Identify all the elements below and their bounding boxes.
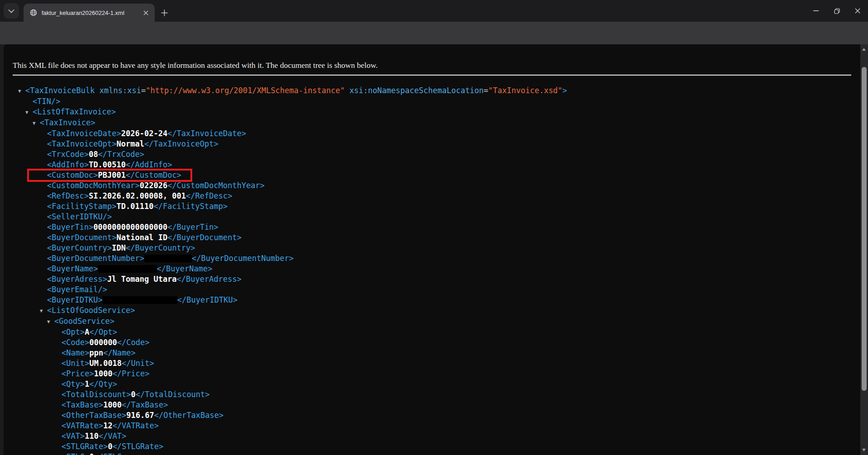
xml-bracket: > [122, 411, 126, 420]
collapse-arrow-icon[interactable]: ▼ [40, 306, 47, 316]
xml-open-tag: <Name [62, 348, 85, 357]
collapse-arrow-icon[interactable]: ▼ [33, 118, 40, 128]
xml-open-tag: <Opt [62, 327, 80, 337]
title-bar: faktur_keluaran20260224-1.xml [0, 0, 868, 22]
restore-button[interactable] [826, 0, 847, 22]
page-content: This XML file does not appear to have an… [4, 44, 860, 455]
xml-line-ListOfTaxInvoice: ▼<ListOfTaxInvoice> [8, 107, 856, 118]
xml-text-value: Normal [117, 139, 144, 148]
xml-line-TaxBase: <TaxBase>1000</TaxBase> [8, 400, 856, 410]
xml-tree: ▼<TaxInvoiceBulk xmlns:xsi="http://www.w… [8, 85, 856, 455]
xml-text-value: National ID [117, 233, 168, 242]
chevron-down-icon [8, 9, 14, 13]
xml-text-value: PBJ001 [98, 171, 126, 180]
xml-open-tag: <GoodService [54, 317, 110, 326]
xml-close-tag: </BuyerCountry> [126, 243, 195, 252]
xml-open-tag: <BuyerIDTKU [47, 295, 98, 304]
xml-bracket: > [112, 233, 116, 242]
xml-close-tag: </VATRate> [113, 421, 159, 430]
xml-line-TrxCode: <TrxCode>08</TrxCode> [8, 149, 856, 160]
xml-open-tag: <RefDesc [47, 191, 84, 200]
xml-bracket: > [111, 107, 116, 116]
xml-open-tag: <SellerIDTKU [47, 212, 103, 221]
vertical-scrollbar[interactable] [860, 44, 868, 455]
xml-bracket: > [107, 243, 112, 252]
browser-window: faktur_keluaran20260224-1.xml [0, 0, 868, 455]
xml-text-value: SI.2026.02.00008, 001 [89, 191, 186, 200]
xml-open-tag: <BuyerDocumentNumber [47, 254, 140, 263]
close-button[interactable] [847, 0, 868, 22]
xml-open-tag: <CustomDoc [47, 171, 93, 180]
xml-close-tag: </Name> [103, 348, 136, 357]
xml-line-BuyerDocumentNumber: <BuyerDocumentNumber></BuyerDocumentNumb… [8, 253, 856, 264]
minimize-button[interactable] [806, 0, 826, 22]
xml-open-tag: <ListOfGoodService [47, 306, 130, 315]
xml-line-ListOfGoodService: ▼<ListOfGoodService> [8, 305, 856, 316]
xml-bracket: > [85, 338, 89, 347]
xml-attr-name: xmlns:xsi [100, 86, 141, 95]
xml-close-tag: </BuyerAdress> [177, 275, 242, 284]
xml-bracket: > [84, 160, 89, 169]
xml-attr-name: xsi:noNamespaceSchemaLocation [350, 86, 484, 95]
xml-text-value: Jl Tomang Utara [107, 275, 177, 284]
scroll-up-arrow-icon[interactable] [862, 48, 866, 51]
xml-bracket: > [110, 317, 114, 326]
xml-text-value: UM.0018 [89, 359, 122, 368]
xml-text-value: 110 [85, 431, 99, 441]
xml-close-tag: </OtherTaxBase> [154, 411, 224, 420]
xml-open-tag: <STLGRate [62, 442, 103, 451]
xml-bracket: > [85, 359, 89, 368]
xml-space [345, 86, 349, 95]
xml-text-value: 0 [131, 390, 136, 399]
xml-line-Name: <Name>ppn</Name> [8, 348, 856, 358]
xml-line-BuyerAdress: <BuyerAdress>Jl Tomang Utara</BuyerAdres… [8, 274, 856, 284]
xml-line-VAT: <VAT>110</VAT> [8, 431, 856, 441]
xml-line-OtherTaxBase: <OtherTaxBase>916.67</OtherTaxBase> [8, 410, 856, 421]
xml-close-tag: </VAT> [99, 431, 126, 441]
xml-line-TaxInvoiceBulk: ▼<TaxInvoiceBulk xmlns:xsi="http://www.w… [8, 85, 856, 96]
xml-line-VATRate: <VATRate>12</VATRate> [8, 421, 856, 431]
globe-icon [30, 9, 37, 16]
xml-bracket: /> [98, 285, 107, 294]
xml-open-tag: <BuyerDocument [47, 233, 112, 242]
xml-line-CustomDoc: <CustomDoc>PBJ001</CustomDoc> [8, 170, 856, 180]
xml-open-tag: <BuyerTin [47, 223, 89, 232]
xml-open-tag: <VAT [62, 431, 80, 441]
collapse-arrow-icon[interactable]: ▼ [25, 107, 33, 118]
xml-text-value: 1000 [103, 400, 122, 409]
scroll-down-arrow-icon[interactable] [862, 449, 866, 451]
xml-open-tag: <TIN [33, 97, 51, 106]
new-tab-button[interactable] [158, 7, 170, 19]
active-tab[interactable]: faktur_keluaran20260224-1.xml [24, 4, 155, 22]
xml-close-tag: </BuyerDocumentNumber> [192, 254, 294, 263]
xml-line-SellerIDTKU: <SellerIDTKU/> [8, 212, 856, 222]
xml-open-tag: <TaxInvoiceDate [47, 129, 117, 138]
xml-open-tag: <Code [62, 338, 85, 347]
xml-bracket: > [84, 150, 89, 159]
collapse-arrow-icon[interactable]: ▼ [18, 86, 25, 96]
tab-search-button[interactable] [4, 3, 19, 19]
tab-close-icon[interactable] [141, 8, 150, 17]
notice-divider [13, 75, 851, 76]
xml-open-tag: <STLG [62, 452, 85, 455]
xml-text-value: 000000 [89, 338, 117, 347]
xml-open-tag: <ListOfTaxInvoice [33, 107, 111, 116]
xml-open-tag: <VATRate [62, 421, 99, 430]
scrollbar-thumb[interactable] [862, 67, 867, 391]
xml-line-BuyerTin: <BuyerTin>0000000000000000</BuyerTin> [8, 222, 856, 232]
xml-line-Opt: <Opt>A</Opt> [8, 327, 856, 337]
collapse-arrow-icon[interactable]: ▼ [47, 317, 54, 327]
xml-bracket: > [130, 306, 135, 315]
xml-open-tag: <AddInfo [47, 160, 84, 169]
redacted-value [144, 255, 192, 262]
xml-text-value: TD.01110 [117, 202, 154, 211]
xml-close-tag: </TaxInvoiceDate> [167, 129, 246, 138]
xml-close-tag: </TotalDiscount> [136, 390, 210, 399]
xml-open-tag: <TrxCode [47, 150, 84, 159]
xml-bracket: > [103, 275, 107, 284]
xml-open-tag: <TaxInvoice [40, 118, 91, 127]
xml-line-CustomDocMonthYear: <CustomDocMonthYear>022026</CustomDocMon… [8, 180, 856, 191]
tab-title: faktur_keluaran20260224-1.xml [42, 9, 138, 16]
xml-line-GoodService: ▼<GoodService> [8, 316, 856, 327]
xml-text-value: 12 [103, 421, 112, 430]
